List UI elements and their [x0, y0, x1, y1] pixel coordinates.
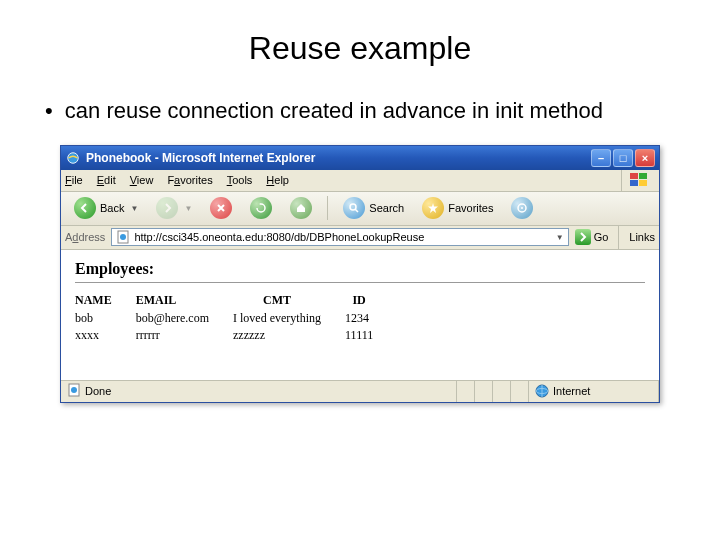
- svg-point-10: [120, 234, 126, 240]
- cell-name: xxxx: [75, 327, 136, 344]
- menubar: File Edit View Favorites Tools Help: [61, 170, 659, 192]
- media-button[interactable]: [504, 195, 540, 221]
- slide-title: Reuse example: [35, 30, 685, 67]
- col-name: NAME: [75, 291, 136, 310]
- minimize-button[interactable]: –: [591, 149, 611, 167]
- menu-view[interactable]: View: [130, 174, 154, 186]
- svg-rect-4: [639, 180, 647, 186]
- toolbar-separator: [327, 196, 328, 220]
- svg-rect-1: [630, 173, 638, 179]
- page-heading: Employees:: [75, 260, 645, 278]
- stop-button[interactable]: [203, 195, 239, 221]
- search-button[interactable]: Search: [336, 195, 411, 221]
- toolbar: Back ▼ ▼ Sea: [61, 192, 659, 226]
- zone-text: Internet: [553, 385, 590, 397]
- back-arrow-icon: [74, 197, 96, 219]
- search-label: Search: [369, 202, 404, 214]
- page-done-icon: [67, 383, 81, 399]
- status-blank-3: [493, 381, 511, 402]
- status-blank-1: [457, 381, 475, 402]
- status-blank-2: [475, 381, 493, 402]
- menu-help[interactable]: Help: [266, 174, 289, 186]
- cell-id: 1234: [345, 310, 397, 327]
- windows-flag-icon: [621, 170, 655, 191]
- col-cmt: CMT: [233, 291, 345, 310]
- globe-icon: [535, 384, 549, 398]
- table-header-row: NAME EMAIL CMT ID: [75, 291, 397, 310]
- address-input[interactable]: http://csci345.oneonta.edu:8080/db/DBPho…: [111, 228, 568, 246]
- titlebar: Phonebook - Microsoft Internet Explorer …: [61, 146, 659, 170]
- svg-line-6: [355, 209, 358, 212]
- cell-id: 11111: [345, 327, 397, 344]
- svg-rect-2: [639, 173, 647, 179]
- menu-file[interactable]: File: [65, 174, 83, 186]
- home-icon: [290, 197, 312, 219]
- back-button[interactable]: Back ▼: [67, 195, 145, 221]
- favorites-button[interactable]: Favorites: [415, 195, 500, 221]
- back-dropdown-icon[interactable]: ▼: [130, 204, 138, 213]
- status-text: Done: [85, 385, 111, 397]
- statusbar: Done Internet: [61, 380, 659, 402]
- go-label: Go: [594, 231, 609, 243]
- maximize-button[interactable]: □: [613, 149, 633, 167]
- favorites-label: Favorites: [448, 202, 493, 214]
- svg-point-8: [521, 207, 523, 209]
- search-icon: [343, 197, 365, 219]
- media-icon: [511, 197, 533, 219]
- status-blank-4: [511, 381, 529, 402]
- heading-rule: [75, 282, 645, 283]
- table-row: xxxx rrrrrr zzzzzz 11111: [75, 327, 397, 344]
- svg-rect-3: [630, 180, 638, 186]
- cell-email: bob@here.com: [136, 310, 233, 327]
- forward-arrow-icon: [156, 197, 178, 219]
- close-button[interactable]: ×: [635, 149, 655, 167]
- window-title: Phonebook - Microsoft Internet Explorer: [86, 151, 591, 165]
- menu-edit[interactable]: Edit: [97, 174, 116, 186]
- forward-button[interactable]: ▼: [149, 195, 199, 221]
- home-button[interactable]: [283, 195, 319, 221]
- table-row: bob bob@here.com I loved everything 1234: [75, 310, 397, 327]
- stop-icon: [210, 197, 232, 219]
- col-id: ID: [345, 291, 397, 310]
- back-label: Back: [100, 202, 124, 214]
- cell-email: rrrrrr: [136, 327, 233, 344]
- refresh-button[interactable]: [243, 195, 279, 221]
- svg-point-12: [71, 387, 77, 393]
- address-dropdown-icon[interactable]: ▼: [556, 233, 564, 242]
- go-arrow-icon: [575, 229, 591, 245]
- links-label[interactable]: Links: [629, 231, 655, 243]
- addr-separator: [618, 225, 619, 249]
- status-zone: Internet: [529, 381, 659, 402]
- go-button[interactable]: Go: [575, 229, 609, 245]
- ie-logo-icon: [65, 150, 81, 166]
- page-icon: [116, 230, 130, 244]
- cell-cmt: I loved everything: [233, 310, 345, 327]
- cell-cmt: zzzzzz: [233, 327, 345, 344]
- menu-favorites[interactable]: Favorites: [167, 174, 212, 186]
- col-email: EMAIL: [136, 291, 233, 310]
- favorites-star-icon: [422, 197, 444, 219]
- menu-tools[interactable]: Tools: [227, 174, 253, 186]
- address-label: Address: [65, 231, 105, 243]
- page-content: Employees: NAME EMAIL CMT ID bob bob@her…: [61, 250, 659, 380]
- forward-dropdown-icon[interactable]: ▼: [184, 204, 192, 213]
- cell-name: bob: [75, 310, 136, 327]
- ie-window: Phonebook - Microsoft Internet Explorer …: [60, 145, 660, 403]
- address-url: http://csci345.oneonta.edu:8080/db/DBPho…: [134, 231, 424, 243]
- status-main: Done: [61, 381, 457, 402]
- employees-table: NAME EMAIL CMT ID bob bob@here.com I lov…: [75, 291, 397, 344]
- refresh-icon: [250, 197, 272, 219]
- address-bar: Address http://csci345.oneonta.edu:8080/…: [61, 226, 659, 250]
- slide-bullet: can reuse connection created in advance …: [45, 97, 645, 125]
